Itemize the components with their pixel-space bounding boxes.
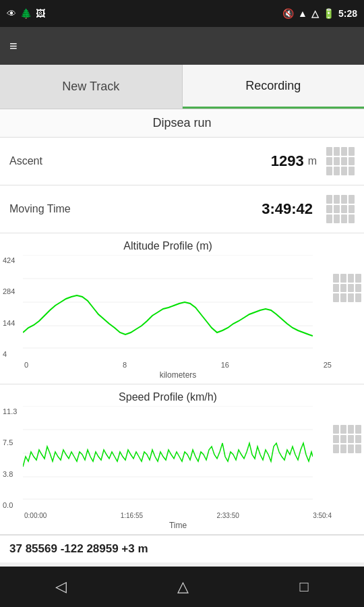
- tab-recording[interactable]: Recording: [183, 65, 365, 109]
- home-button[interactable]: △: [177, 578, 189, 596]
- clock: 5:28: [338, 8, 357, 19]
- status-left-icons: 👁 🌲 🖼: [7, 8, 45, 19]
- ascent-value: 1293: [271, 152, 304, 170]
- moving-time-value: 3:49:42: [262, 200, 313, 218]
- tab-new-track[interactable]: New Track: [0, 65, 183, 109]
- coordinates-bar: 37 85569 -122 28959 +3 m: [0, 535, 364, 562]
- wifi-icon: ▲: [298, 8, 307, 19]
- back-button[interactable]: ◁: [55, 578, 67, 596]
- speed-chart-container: Speed Profile (km/h) 11.3 7.5 3.8 0.0: [0, 384, 364, 535]
- speed-chart-inner: Speed Profile (km/h) 11.3 7.5 3.8 0.0: [3, 391, 333, 530]
- tree-icon: 🌲: [20, 8, 32, 19]
- moving-time-grid-icon: [326, 195, 355, 223]
- track-title: Dipsea run: [0, 109, 364, 138]
- speed-x-labels: 0:00:00 1:16:55 2:33:50 3:50:4: [23, 511, 333, 521]
- system-nav: ◁ △ □: [0, 567, 364, 607]
- altitude-chart-area: [23, 255, 333, 349]
- altitude-chart-icon: [333, 274, 361, 302]
- altitude-chart-title: Altitude Profile (m): [3, 240, 333, 252]
- coordinates-text: 37 85569 -122 28959 +3 m: [9, 542, 148, 555]
- signal-icon: △: [311, 8, 319, 19]
- mute-icon: 🔇: [282, 8, 294, 19]
- altitude-svg: [23, 255, 313, 349]
- altitude-x-labels: 0 8 16 25: [23, 359, 333, 370]
- moving-time-label: Moving Time: [9, 203, 262, 215]
- status-right-icons: 🔇 ▲ △ 🔋 5:28: [282, 8, 357, 19]
- image-icon: 🖼: [36, 8, 45, 19]
- altitude-y-labels: 424 284 144 4: [3, 255, 23, 359]
- ascent-unit: m: [308, 155, 317, 167]
- menu-button[interactable]: ≡: [9, 38, 18, 54]
- moving-time-row: Moving Time 3:49:42: [0, 185, 364, 233]
- altitude-x-axis-label: kilometers: [23, 370, 333, 380]
- nav-bar: ≡: [0, 27, 364, 65]
- eye-icon: 👁: [7, 8, 16, 19]
- status-bar: 👁 🌲 🖼 🔇 ▲ △ 🔋 5:28: [0, 0, 364, 27]
- tab-bar: New Track Recording: [0, 65, 364, 109]
- speed-x-axis-label: Time: [23, 521, 333, 530]
- recent-button[interactable]: □: [300, 578, 309, 596]
- ascent-row: Ascent 1293 m: [0, 138, 364, 185]
- altitude-chart-inner: Altitude Profile (m) 424 284 144 4: [3, 240, 333, 380]
- speed-svg: [23, 406, 313, 500]
- altitude-chart-container: Altitude Profile (m) 424 284 144 4: [0, 233, 364, 384]
- ascent-label: Ascent: [9, 155, 271, 167]
- speed-y-labels: 11.3 7.5 3.8 0.0: [3, 406, 23, 511]
- battery-icon: 🔋: [323, 8, 334, 19]
- speed-chart-area: [23, 406, 333, 500]
- speed-chart-title: Speed Profile (km/h): [3, 391, 333, 403]
- speed-chart-icon: [333, 425, 361, 453]
- ascent-grid-icon: [326, 147, 355, 175]
